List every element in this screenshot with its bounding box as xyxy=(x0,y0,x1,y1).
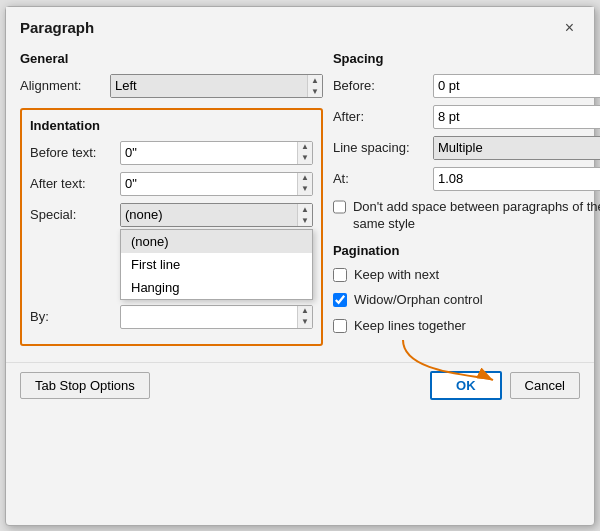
by-spin[interactable]: ▲ ▼ xyxy=(120,305,313,329)
tab-stop-button[interactable]: Tab Stop Options xyxy=(20,372,150,399)
at-input[interactable] xyxy=(434,168,600,190)
at-label: At: xyxy=(333,171,433,186)
arrow-annotation xyxy=(393,335,513,390)
after-label: After: xyxy=(333,109,433,124)
title-bar: Paragraph × xyxy=(6,7,594,45)
special-down-btn[interactable]: ▼ xyxy=(298,215,312,226)
after-row: After: ▲ ▼ xyxy=(333,105,600,129)
keep-with-next-row: Keep with next xyxy=(333,266,600,284)
special-option-hanging[interactable]: Hanging xyxy=(121,276,312,299)
widow-orphan-checkbox[interactable] xyxy=(333,293,347,307)
special-scroll-buttons: ▲ ▼ xyxy=(297,204,312,226)
by-input[interactable] xyxy=(121,306,297,328)
general-section-title: General xyxy=(20,51,323,66)
alignment-row: Alignment: Left ▲ ▼ xyxy=(20,74,323,98)
cancel-button[interactable]: Cancel xyxy=(510,372,580,399)
line-spacing-row: Line spacing: Multiple ▲ ▼ xyxy=(333,136,600,160)
widow-orphan-row: Widow/Orphan control xyxy=(333,291,600,309)
special-option-firstline[interactable]: First line xyxy=(121,253,312,276)
keep-lines-checkbox[interactable] xyxy=(333,319,347,333)
special-up-btn[interactable]: ▲ xyxy=(298,204,312,215)
special-row: Special: (none) ▲ ▼ (none) First xyxy=(30,203,313,227)
widow-orphan-label: Widow/Orphan control xyxy=(354,291,483,309)
after-text-up[interactable]: ▲ xyxy=(298,173,312,184)
dont-add-space-checkbox[interactable] xyxy=(333,200,346,214)
special-option-none[interactable]: (none) xyxy=(121,230,312,253)
before-text-row: Before text: ▲ ▼ xyxy=(30,141,313,165)
before-label: Before: xyxy=(333,78,433,93)
dialog-body: General Alignment: Left ▲ ▼ Indentation xyxy=(6,45,594,362)
special-select-wrapper[interactable]: (none) ▲ ▼ xyxy=(120,203,313,227)
before-text-input[interactable] xyxy=(121,142,297,164)
special-dropdown-container: (none) ▲ ▼ (none) First line Hanging xyxy=(120,203,313,227)
line-spacing-label: Line spacing: xyxy=(333,140,433,155)
indentation-section: Indentation Before text: ▲ ▼ After text: xyxy=(20,108,323,346)
before-text-spin-buttons: ▲ ▼ xyxy=(297,142,312,164)
line-spacing-value[interactable]: Multiple xyxy=(434,137,600,159)
indentation-section-title: Indentation xyxy=(30,118,313,133)
special-dropdown-list[interactable]: (none) First line Hanging xyxy=(120,229,313,300)
by-label: By: xyxy=(30,309,120,324)
dont-add-space-row: Don't add space between paragraphs of th… xyxy=(333,198,600,233)
paragraph-dialog: Paragraph × General Alignment: Left ▲ ▼ xyxy=(5,6,595,526)
after-input[interactable] xyxy=(434,106,600,128)
before-input[interactable] xyxy=(434,75,600,97)
dialog-title: Paragraph xyxy=(20,19,94,36)
before-text-spin[interactable]: ▲ ▼ xyxy=(120,141,313,165)
alignment-label: Alignment: xyxy=(20,78,110,93)
after-text-row: After text: ▲ ▼ xyxy=(30,172,313,196)
before-row: Before: ▲ ▼ xyxy=(333,74,600,98)
after-spin[interactable]: ▲ ▼ xyxy=(433,105,600,129)
pagination-section: Pagination Keep with next Widow/Orphan c… xyxy=(333,243,600,335)
after-text-label: After text: xyxy=(30,176,120,191)
special-value[interactable]: (none) xyxy=(121,204,297,226)
close-button[interactable]: × xyxy=(559,17,580,39)
alignment-up-btn[interactable]: ▲ xyxy=(308,75,322,86)
by-up[interactable]: ▲ xyxy=(298,306,312,317)
spacing-section: Spacing Before: ▲ ▼ After: xyxy=(333,51,600,233)
line-spacing-select-wrapper[interactable]: Multiple ▲ ▼ xyxy=(433,136,600,160)
after-text-down[interactable]: ▼ xyxy=(298,184,312,195)
after-text-spin-buttons: ▲ ▼ xyxy=(297,173,312,195)
before-text-label: Before text: xyxy=(30,145,120,160)
by-row: By: ▲ ▼ xyxy=(30,305,313,329)
after-text-spin[interactable]: ▲ ▼ xyxy=(120,172,313,196)
alignment-select-wrapper[interactable]: Left ▲ ▼ xyxy=(110,74,323,98)
after-text-input[interactable] xyxy=(121,173,297,195)
dont-add-space-label: Don't add space between paragraphs of th… xyxy=(353,198,600,233)
right-column: Spacing Before: ▲ ▼ After: xyxy=(333,51,600,352)
at-row: At: ▲ ▼ xyxy=(333,167,600,191)
general-section: General Alignment: Left ▲ ▼ xyxy=(20,51,323,98)
alignment-scroll-buttons: ▲ ▼ xyxy=(307,75,322,97)
left-column: General Alignment: Left ▲ ▼ Indentation xyxy=(20,51,323,352)
special-label: Special: xyxy=(30,207,120,222)
by-down[interactable]: ▼ xyxy=(298,317,312,328)
alignment-down-btn[interactable]: ▼ xyxy=(308,86,322,97)
before-text-down[interactable]: ▼ xyxy=(298,153,312,164)
pagination-section-title: Pagination xyxy=(333,243,600,258)
keep-lines-label: Keep lines together xyxy=(354,317,466,335)
alignment-value[interactable]: Left xyxy=(111,75,307,97)
by-spin-buttons: ▲ ▼ xyxy=(297,306,312,328)
at-spin[interactable]: ▲ ▼ xyxy=(433,167,600,191)
before-text-up[interactable]: ▲ xyxy=(298,142,312,153)
spacing-section-title: Spacing xyxy=(333,51,600,66)
keep-with-next-label: Keep with next xyxy=(354,266,439,284)
keep-with-next-checkbox[interactable] xyxy=(333,268,347,282)
before-spin[interactable]: ▲ ▼ xyxy=(433,74,600,98)
keep-lines-row: Keep lines together xyxy=(333,317,600,335)
